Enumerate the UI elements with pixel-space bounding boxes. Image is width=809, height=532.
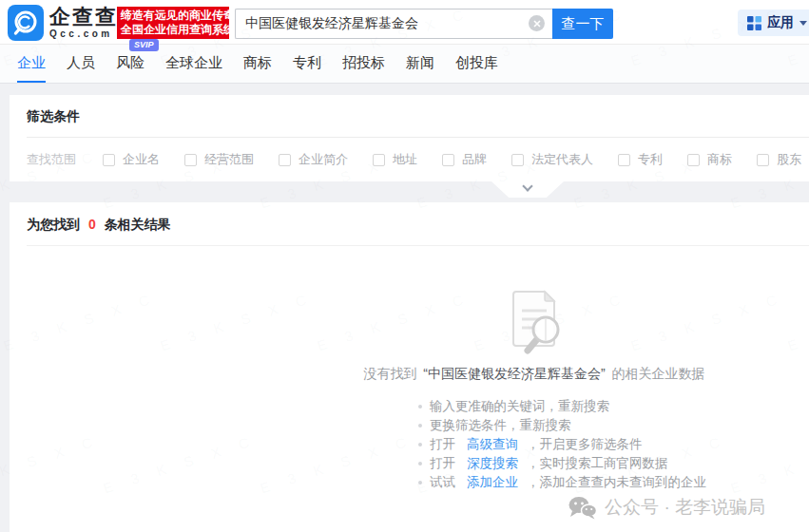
qcc-logo-text[interactable]: 企查查 Qcc.com	[49, 6, 118, 40]
tab-trademark[interactable]: 商标	[243, 47, 272, 83]
suggestion-item: 打开 深度搜索 ，实时搜索工商官网数据	[418, 454, 705, 473]
bullet-icon	[418, 481, 422, 484]
checkbox-icon	[103, 154, 115, 166]
checkbox-icon	[757, 154, 769, 166]
clear-search-icon[interactable]	[529, 15, 545, 31]
bullet-icon	[418, 443, 422, 446]
checkbox-company-name[interactable]: 企业名	[103, 151, 160, 168]
divider	[27, 245, 809, 246]
filter-panel: 筛选条件 查找范围 企业名 经营范围 企业简介 地址 品牌 法定代表人	[10, 95, 809, 181]
tab-people[interactable]: 人员	[67, 47, 95, 83]
suggestion-item: 更换筛选条件，重新搜索	[418, 416, 705, 435]
checkbox-icon	[687, 154, 700, 166]
svip-badge: SVIP	[129, 39, 159, 51]
wechat-icon	[568, 496, 597, 520]
checkbox-patent[interactable]: 专利	[618, 151, 663, 168]
suggestion-list: 输入更准确的关键词，重新搜索 更换筛选条件，重新搜索 打开 高级查询 ，开启更多…	[418, 397, 705, 492]
checkbox-address[interactable]: 地址	[373, 151, 417, 168]
results-count: 0	[88, 217, 96, 232]
tab-patent[interactable]: 专利	[293, 47, 321, 83]
checkbox-icon	[373, 154, 385, 166]
scope-label: 查找范围	[27, 151, 76, 168]
checkbox-business-scope[interactable]: 经营范围	[184, 151, 254, 168]
checkbox-icon	[442, 154, 454, 166]
results-panel: 为您找到 0 条相关结果 没有找到 “中国医健银发经济星辉基金会” 的相关企业数…	[10, 202, 809, 532]
slogan-banner: 缔造有远见的商业传奇 全国企业信用查询系统	[117, 7, 229, 39]
search-input[interactable]	[235, 9, 552, 39]
apps-grid-icon	[747, 16, 761, 30]
filter-title: 筛选条件	[10, 95, 809, 125]
suggestion-item: 输入更准确的关键词，重新搜索	[418, 397, 705, 416]
bullet-icon	[418, 405, 422, 408]
empty-state: 没有找到 “中国医健银发经济星辉基金会” 的相关企业数据 输入更准确的关键词，重…	[363, 286, 705, 492]
logo-domain: Qcc.com	[49, 28, 118, 40]
suggestion-item: 试试 添加企业 ，添加企查查内未查询到的企业	[418, 473, 705, 492]
slogan-line1: 缔造有远见的商业传奇	[121, 9, 225, 23]
empty-message: 没有找到 “中国医健银发经济星辉基金会” 的相关企业数据	[363, 366, 705, 383]
checkbox-legal-representative[interactable]: 法定代表人	[511, 151, 593, 168]
logo-title: 企查查	[49, 6, 118, 28]
count-suffix: 条相关结果	[105, 217, 171, 232]
checkbox-icon	[618, 154, 630, 166]
checkbox-company-profile[interactable]: 企业简介	[279, 151, 348, 168]
search-keyword: “中国医健银发经济星辉基金会”	[423, 366, 605, 381]
caret-down-icon	[799, 21, 807, 26]
tab-enterprise[interactable]: 企业	[17, 47, 46, 83]
tab-risk[interactable]: 风险 SVIP	[116, 47, 144, 83]
count-prefix: 为您找到	[27, 217, 80, 232]
apps-label: 应用	[767, 14, 794, 31]
tab-venture-capital[interactable]: 创投库	[455, 47, 498, 83]
empty-message-suffix: 的相关企业数据	[612, 366, 705, 381]
empty-message-prefix: 没有找到	[363, 366, 416, 381]
bullet-icon	[418, 462, 422, 466]
filter-scope-row: 查找范围 企业名 经营范围 企业简介 地址 品牌 法定代表人 专利	[10, 138, 809, 168]
header: 企查查 Qcc.com 缔造有远见的商业传奇 全国企业信用查询系统 查一下 应用	[0, 0, 809, 45]
slogan-line2: 全国企业信用查询系统	[121, 23, 225, 37]
apps-button[interactable]: 应用	[738, 10, 809, 36]
channel-watermark-text: 公众号 · 老李说骗局	[605, 495, 765, 520]
checkbox-icon	[279, 154, 291, 166]
checkbox-brand[interactable]: 品牌	[442, 151, 487, 168]
bullet-icon	[418, 424, 422, 428]
channel-watermark: 公众号 · 老李说骗局	[568, 495, 765, 520]
search-button[interactable]: 查一下	[552, 9, 613, 39]
no-results-document-icon	[495, 286, 573, 358]
qcc-logo-icon[interactable]	[8, 5, 44, 41]
chevron-down-icon	[522, 180, 532, 191]
deep-search-link[interactable]: 深度搜索	[467, 454, 518, 473]
advanced-search-link[interactable]: 高级查询	[467, 435, 518, 454]
nav-bar: 企业 人员 风险 SVIP 全球企业 商标 专利 招投标 新闻 创投库	[0, 45, 809, 84]
checkbox-trademark[interactable]: 商标	[687, 151, 732, 168]
suggestion-item: 打开 高级查询 ，开启更多筛选条件	[418, 435, 705, 454]
checkbox-shareholder[interactable]: 股东	[757, 151, 801, 168]
add-company-link[interactable]: 添加企业	[467, 473, 518, 492]
tab-news[interactable]: 新闻	[406, 47, 434, 83]
checkbox-icon	[184, 154, 197, 166]
tab-global-enterprise[interactable]: 全球企业	[165, 47, 222, 83]
checkbox-icon	[511, 154, 524, 166]
tab-risk-label: 风险	[116, 54, 144, 70]
tab-bidding[interactable]: 招投标	[342, 47, 385, 83]
results-count-row: 为您找到 0 条相关结果	[10, 202, 809, 245]
